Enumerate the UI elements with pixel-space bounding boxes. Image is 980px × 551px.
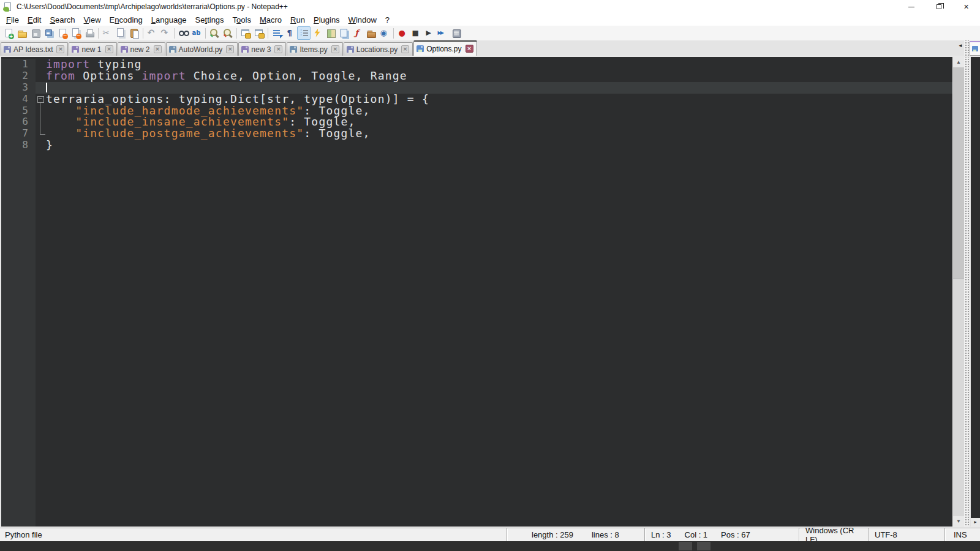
function-list-button[interactable] <box>311 26 324 40</box>
tab-close-icon[interactable]: × <box>56 45 64 53</box>
save-all-button[interactable] <box>42 26 56 40</box>
status-pos: Pos : 67 <box>721 530 750 539</box>
undo-icon <box>147 28 157 39</box>
menu-item-language[interactable]: Language <box>147 14 191 26</box>
show-all-characters-button[interactable] <box>284 26 297 40</box>
tab-new-1[interactable]: new 1× <box>69 42 116 56</box>
document-map-button[interactable] <box>324 26 337 40</box>
menu-item-search[interactable]: Search <box>45 14 79 26</box>
menu-item-encoding[interactable]: Encoding <box>105 14 147 26</box>
sync-horizontal-button[interactable] <box>252 26 266 40</box>
toolbar-separator <box>174 28 175 39</box>
view-splitter[interactable] <box>964 57 970 527</box>
code-editor[interactable]: 1import typing2from Options import Choic… <box>1 57 952 527</box>
monitoring-button[interactable] <box>378 26 391 40</box>
menu-item-tools[interactable]: Tools <box>228 14 255 26</box>
indent-guide-button[interactable] <box>297 26 311 40</box>
tab-label: Items.py <box>300 45 327 54</box>
toolbar <box>0 26 980 40</box>
find-icon <box>178 28 189 39</box>
save-all-icon <box>44 28 55 39</box>
new-file-button[interactable] <box>2 26 15 40</box>
menu-item-run[interactable]: Run <box>286 14 309 26</box>
scroll-down-arrow-icon[interactable]: ▼ <box>953 516 964 527</box>
save-button[interactable] <box>29 26 42 40</box>
tab-items-py[interactable]: Items.py× <box>287 42 342 56</box>
save-icon <box>31 28 41 39</box>
zoom-out-button[interactable] <box>221 26 235 40</box>
vertical-scrollbar[interactable]: ▲ ▼ <box>952 57 964 527</box>
tab-close-icon[interactable]: × <box>274 45 282 53</box>
zoom-in-button[interactable] <box>208 26 221 40</box>
close-all-button[interactable] <box>69 26 83 40</box>
menu-item-plugins[interactable]: Plugins <box>309 14 344 26</box>
run-macro-multiple-button[interactable] <box>436 26 450 40</box>
replace-button[interactable] <box>190 26 203 40</box>
minimize-button[interactable] <box>897 0 925 13</box>
second-view-tab[interactable] <box>970 41 980 56</box>
tab-autoworld-py[interactable]: AutoWorld.py× <box>166 42 238 56</box>
status-length-lines: length : 259 lines : 8 <box>507 528 644 541</box>
menu-item-edit[interactable]: Edit <box>23 14 45 26</box>
floppy-icon <box>121 46 128 53</box>
tab-close-icon[interactable]: × <box>466 45 473 53</box>
menu-item-help[interactable]: ? <box>381 14 394 26</box>
print-button[interactable] <box>83 26 96 40</box>
tab-ap-ideas-txt[interactable]: AP Ideas.txt× <box>1 42 68 56</box>
document-list-button[interactable] <box>337 26 351 40</box>
tab-close-icon[interactable]: × <box>154 45 162 53</box>
find-button[interactable] <box>176 26 190 40</box>
fold-box-icon[interactable] <box>36 94 46 105</box>
tab-close-icon[interactable]: × <box>105 45 113 53</box>
close-document-button[interactable] <box>56 26 69 40</box>
play-macro-button[interactable] <box>423 26 436 40</box>
code-line-7[interactable]: 7 "include_postgame_achievements": Toggl… <box>1 128 952 140</box>
tab-label: Locations.py <box>356 45 398 54</box>
indent-guide-icon <box>299 28 309 39</box>
scroll-up-arrow-icon[interactable]: ▲ <box>953 57 964 67</box>
fold-line-icon[interactable] <box>36 105 46 117</box>
status-insert-mode[interactable]: INS <box>944 528 980 541</box>
function-symbol-button[interactable] <box>351 26 364 40</box>
menu-item-macro[interactable]: Macro <box>255 14 286 26</box>
fold-corner-icon[interactable] <box>36 128 46 140</box>
copy-button[interactable] <box>114 26 127 40</box>
tab-close-icon[interactable]: × <box>401 45 409 53</box>
scrollbar-thumb[interactable] <box>953 67 964 279</box>
tab-label: new 2 <box>130 45 150 54</box>
second-view-arrow-icon[interactable]: ► <box>971 518 980 527</box>
menu-item-settings[interactable]: Settings <box>191 14 228 26</box>
show-all-characters-icon <box>285 28 296 39</box>
menu-item-window[interactable]: Window <box>344 14 381 26</box>
folder-as-workspace-button[interactable] <box>364 26 378 40</box>
status-encoding[interactable]: UTF-8 <box>868 528 944 541</box>
undo-button[interactable] <box>145 26 159 40</box>
scrollbar-track[interactable] <box>953 67 964 516</box>
code-line-8[interactable]: 8} <box>1 140 952 151</box>
fold-line-icon[interactable] <box>36 116 46 128</box>
tab-new-2[interactable]: new 2× <box>118 42 165 56</box>
status-eol-format[interactable]: Windows (CR LF) <box>799 528 868 541</box>
tab-label: new 3 <box>251 45 271 54</box>
save-macro-button[interactable] <box>450 26 463 40</box>
menu-item-view[interactable]: View <box>80 14 105 26</box>
redo-button[interactable] <box>159 26 172 40</box>
menu-item-file[interactable]: File <box>2 14 23 26</box>
tab-scroll-left-icon[interactable]: ◄ <box>958 43 963 49</box>
open-file-button[interactable] <box>15 26 29 40</box>
tab-new-3[interactable]: new 3× <box>238 42 286 56</box>
tab-close-icon[interactable]: × <box>226 45 234 53</box>
sync-vertical-button[interactable] <box>239 26 252 40</box>
tab-locations-py[interactable]: Locations.py× <box>344 42 413 56</box>
tab-close-icon[interactable]: × <box>331 45 339 53</box>
cut-button[interactable] <box>100 26 114 40</box>
tab-options-py[interactable]: Options.py× <box>413 40 477 56</box>
stop-macro-button[interactable] <box>409 26 423 40</box>
close-button[interactable]: × <box>952 0 980 13</box>
code-line-2[interactable]: 2from Options import Choice, Option, Tog… <box>1 70 952 82</box>
paste-button[interactable] <box>127 26 141 40</box>
record-macro-button[interactable] <box>396 26 409 40</box>
word-wrap-button[interactable] <box>270 26 284 40</box>
restore-button[interactable] <box>925 0 952 13</box>
fold-margin <box>36 70 46 82</box>
